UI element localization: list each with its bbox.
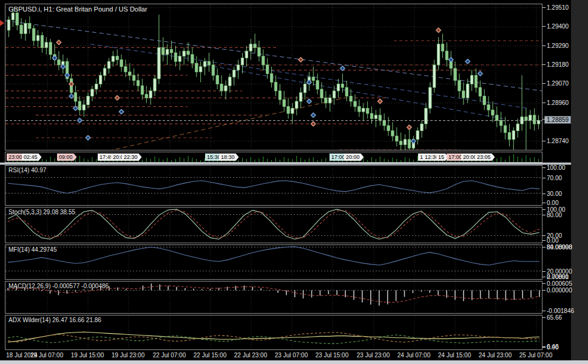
time-flag: 20:00 [344, 153, 364, 161]
mfi-panel[interactable]: MFI(14) 44.29745 [5, 244, 542, 280]
time-axis-label: 24 Jul 07:00 [397, 352, 431, 359]
axis-tick [542, 209, 546, 210]
axis-tick [542, 7, 546, 8]
time-flag: 18:30 [219, 153, 239, 161]
volume-strip[interactable]: 23:0002:4509:0017:4520:0022:3015:3018:30… [5, 152, 542, 163]
axis-tick [542, 194, 546, 194]
axis-label: 70.00 [547, 175, 562, 181]
time-axis-label: 23 Jul 07:00 [275, 352, 308, 359]
stochastic-label: Stoch(5,3,3) 29.08 38.55 [8, 209, 75, 216]
axis-label: 80.00000 [547, 244, 572, 251]
axis-label: -0.001846 [547, 308, 574, 314]
axis-tick [542, 235, 546, 236]
axis-tick [542, 240, 546, 241]
time-axis-label: 19 Jul 23:00 [112, 352, 145, 359]
axis-tick [542, 141, 546, 141]
time-axis-label: 22 Jul 23:00 [234, 352, 268, 359]
axis-tick [542, 64, 546, 65]
time-axis-label: 22 Jul 15:00 [194, 352, 227, 359]
time-flag-row: 23:0002:4509:0017:4520:0022:3015:3018:30… [5, 152, 542, 162]
time-axis-label: 23 Jul 15:00 [316, 352, 349, 359]
axis-tick [542, 167, 546, 168]
time-axis-label: 25 Jul 07:00 [519, 352, 553, 359]
adx-panel[interactable]: ADX Wilder(14) 26.47 16.66 21.86 [5, 315, 542, 350]
axis-tick [542, 317, 546, 318]
macd-panel[interactable]: MACD(12,26,9) -0.000577 -0.000486 [5, 281, 542, 314]
axis-label: 1.28740 [547, 138, 569, 144]
axis-tick [542, 119, 546, 120]
axis-label: 65.66 [547, 314, 562, 321]
axis-label: 0.00000 [547, 274, 569, 280]
axis-tick [542, 103, 546, 103]
time-flag: 02:45 [22, 153, 42, 161]
axis-label: 1.29510 [547, 4, 569, 11]
time-axis-label: 24 Jul 23:00 [479, 352, 512, 359]
axis-tick [542, 203, 546, 203]
time-axis: 18 Jul 202419 Jul 07:0019 Jul 15:0019 Ju… [0, 350, 571, 360]
axis-tick [542, 26, 546, 27]
axis-tick [542, 46, 546, 46]
axis-label: 1.29400 [547, 23, 569, 30]
axis-label: 30.00 [547, 190, 562, 197]
left-edge-marker [0, 20, 4, 26]
price-axis: 1.295101.294001.292901.291801.290701.289… [542, 0, 588, 360]
rsi-label: RSI(14) 40.97 [8, 167, 46, 174]
current-price-label: 1.28859 [544, 116, 571, 124]
axis-tick [542, 290, 546, 291]
time-axis-label: 24 Jul 15:00 [438, 352, 471, 359]
axis-tick [542, 283, 546, 284]
time-axis-label: 23 Jul 23:00 [357, 352, 390, 359]
stochastic-chart[interactable] [5, 207, 542, 243]
axis-tick [542, 347, 546, 348]
time-axis-label: 22 Jul 07:00 [153, 352, 186, 359]
axis-label: 1.29290 [547, 42, 569, 49]
candlestick-chart[interactable] [5, 4, 542, 150]
axis-tick [542, 271, 546, 272]
rsi-chart[interactable] [5, 166, 542, 205]
axis-label: 80.00 [547, 212, 562, 218]
time-axis-label: 19 Jul 07:00 [30, 352, 64, 359]
axis-label: 1.29180 [547, 61, 569, 68]
axis-label: 0.00 [547, 237, 558, 244]
axis-tick [542, 215, 546, 215]
time-flag: 22:30 [122, 153, 142, 161]
mfi-chart[interactable] [5, 245, 542, 279]
bottom-bar [0, 360, 588, 364]
time-flag: 09:00 [57, 153, 77, 161]
axis-tick [542, 178, 546, 178]
macd-label: MACD(12,26,9) -0.000577 -0.000486 [8, 283, 109, 290]
axis-label: 0.000605 [547, 280, 572, 287]
axis-label: 0.000000 [547, 287, 572, 294]
axis-tick [542, 83, 546, 84]
rsi-panel[interactable]: RSI(14) 40.97 [5, 165, 542, 206]
chart-title: GBPUSD.i, H1: Great Britan Pound / US Do… [8, 5, 147, 13]
axis-tick [542, 277, 546, 277]
trading-chart-window: GBPUSD.i, H1: Great Britan Pound / US Do… [0, 0, 588, 364]
stochastic-panel[interactable]: Stoch(5,3,3) 29.08 38.55 [5, 207, 542, 243]
adx-label: ADX Wilder(14) 26.47 16.66 21.86 [8, 317, 101, 324]
axis-tick [542, 311, 546, 311]
axis-label: 100.00 [547, 164, 566, 171]
axis-tick [542, 247, 546, 248]
mfi-label: MFI(14) 44.29745 [8, 246, 57, 254]
time-axis-label: 19 Jul 15:00 [71, 352, 104, 359]
axis-label: 0.00 [547, 200, 558, 206]
axis-label: 1.28960 [547, 99, 569, 106]
price-chart-panel[interactable]: GBPUSD.i, H1: Great Britan Pound / US Do… [5, 4, 542, 150]
axis-label: 1.29070 [547, 80, 569, 87]
time-flag: 23:05 [475, 153, 495, 161]
